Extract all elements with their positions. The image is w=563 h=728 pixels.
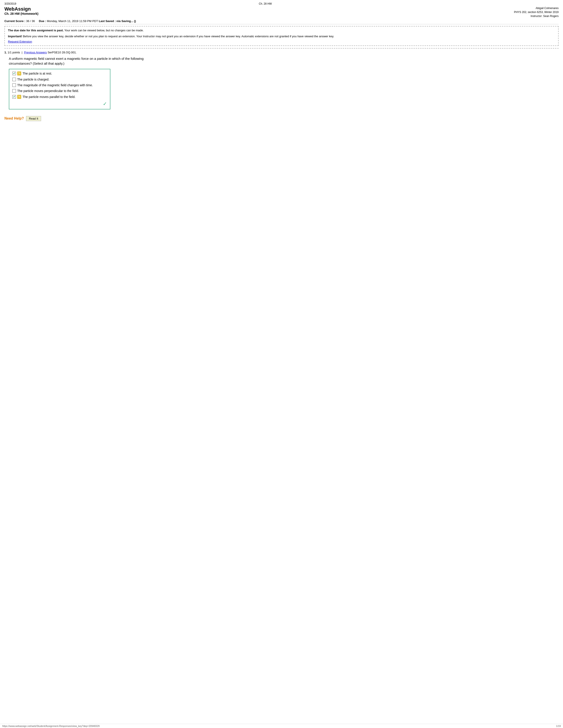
last-saved-label: Last Saved : n/a: [99, 19, 120, 23]
choice-text-4: The particle moves perpendicular to the …: [17, 89, 79, 93]
checkbox-2[interactable]: [12, 78, 16, 81]
date-label: 3/20/2019: [4, 2, 16, 5]
checkmark-icon-5: ✔: [13, 95, 15, 98]
user-info: Abigail Colmenares PHYS 202, section 625…: [514, 6, 559, 18]
answer-box: ✔ ✎ The particle is at rest. The particl…: [9, 69, 110, 109]
question-points: 1/1 points: [8, 51, 20, 54]
score-value: 36 / 36: [26, 19, 35, 23]
edit-icon-5[interactable]: ✎: [17, 95, 21, 99]
notice-important-not: not: [162, 35, 166, 38]
correct-checkmark: ✓: [103, 101, 107, 107]
previous-answers-link[interactable]: Previous Answers: [24, 51, 47, 54]
notice-box: The due date for this assignment is past…: [4, 26, 559, 46]
due-label: Due :: [39, 19, 46, 23]
spacer: [514, 2, 559, 5]
due-value: Monday, March 11, 2019 11:59 PM PDT: [47, 19, 98, 23]
app-name: WebAssign: [4, 6, 38, 12]
score-label: Current Score :: [4, 19, 25, 23]
user-name: Abigail Colmenares: [514, 6, 559, 10]
choice-row-4: The particle moves perpendicular to the …: [12, 89, 107, 93]
app-header: WebAssign Ch. 28 HW (Homework) Abigail C…: [4, 6, 559, 18]
score-bar: Current Score : 36 / 36 Due : Monday, Ma…: [4, 19, 559, 24]
question-text: A uniform magnetic field cannot exert a …: [9, 56, 559, 66]
notice-due: The due date for this assignment is past…: [8, 29, 555, 32]
question-id: SerPSE10 28.OQ.001.: [48, 51, 77, 54]
question-number: 1.: [4, 51, 7, 54]
app-title-block: WebAssign Ch. 28 HW (Homework): [4, 6, 38, 15]
question-text-line1: A uniform magnetic field cannot exert a …: [9, 57, 143, 60]
notice-due-bold: The due date for this assignment is past…: [8, 29, 64, 32]
choice-text-5: The particle moves parallel to the field…: [23, 95, 75, 99]
notice-important: Important! Before you view the answer ke…: [8, 34, 555, 39]
choice-text-3: The magnitude of the magnetic field chan…: [17, 83, 93, 87]
choice-row-3: The magnitude of the magnetic field chan…: [12, 83, 107, 87]
choice-row-2: The particle is charged.: [12, 78, 107, 81]
choice-text-1: The particle is at rest.: [23, 72, 52, 75]
notice-due-rest: Your work can be viewed below, but no ch…: [64, 29, 144, 32]
question-text-line2: circumstances? (Select all that apply.): [9, 62, 64, 65]
assignment-name: Ch. 28 HW (Homework): [4, 12, 38, 15]
top-bar: 3/20/2019 Ch. 28 HW: [4, 2, 559, 5]
need-help-label: Need Help?: [4, 116, 24, 120]
checkbox-3[interactable]: [12, 83, 16, 87]
need-help-section: Need Help? Read It: [4, 116, 559, 121]
read-it-button[interactable]: Read It: [26, 116, 41, 121]
notice-important-bold: Important!: [8, 35, 22, 38]
request-extension-link[interactable]: Request Extension: [8, 40, 32, 43]
choice-row-5: ✔ ✎ The particle moves parallel to the f…: [12, 95, 107, 99]
question-header: 1. 1/1 points | Previous Answers SerPSE1…: [4, 51, 559, 54]
user-course: PHYS 202, section 6253, Winter 2019: [514, 10, 559, 14]
checkbox-4[interactable]: [12, 89, 16, 93]
center-title: Ch. 28 HW: [259, 2, 272, 5]
edit-icon-1[interactable]: ✎: [17, 71, 21, 75]
saving-label: Saving... (): [121, 19, 136, 23]
answer-correct-mark: ✓: [12, 101, 107, 107]
user-instructor: Instructor: Sean Rogers: [514, 14, 559, 18]
checkbox-1[interactable]: ✔: [12, 72, 16, 75]
notice-important-text: Before you view the answer key, decide w…: [23, 35, 162, 38]
separator: [4, 48, 559, 49]
checkbox-5[interactable]: ✔: [12, 95, 16, 99]
choice-text-2: The particle is charged.: [17, 78, 49, 81]
checkmark-icon: ✔: [13, 72, 15, 75]
choice-row-1: ✔ ✎ The particle is at rest.: [12, 71, 107, 75]
notice-important-text2: grant you an extension if you have viewe…: [167, 35, 334, 38]
